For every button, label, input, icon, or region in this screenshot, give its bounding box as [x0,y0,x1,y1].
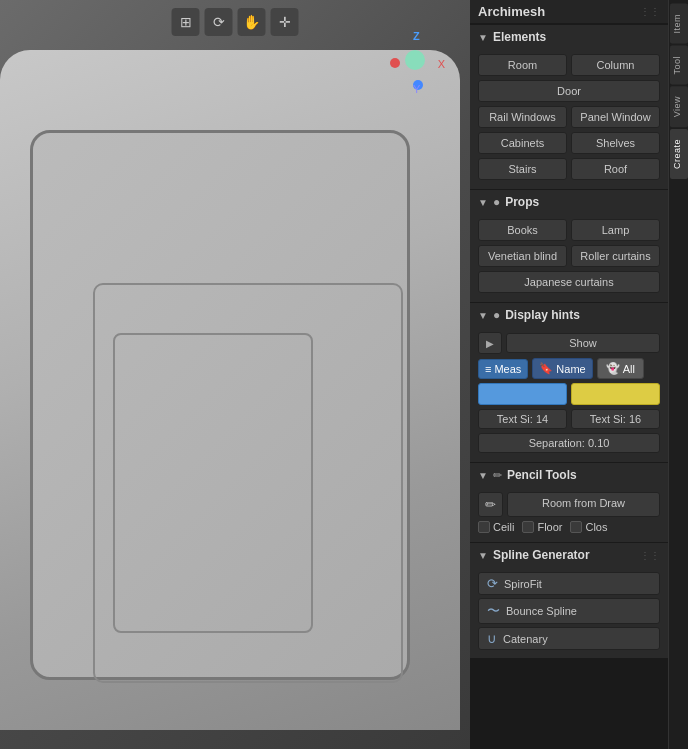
ghost-icon: 👻 [606,362,620,375]
text-size-2-field[interactable]: Text Si: 16 [571,409,660,429]
y-axis-label: Y [413,83,420,95]
show-button[interactable]: Show [506,333,660,353]
pencil-tools-title: Pencil Tools [507,468,577,482]
ceili-checkbox[interactable] [478,521,490,533]
name-button[interactable]: 🔖 Name [532,358,592,379]
spline-generator-content: ⟳ SpiroFit 〜 Bounce Spline ∪ Catenary [470,567,668,658]
spirofit-button[interactable]: ⟳ SpiroFit [478,572,660,595]
catenary-button[interactable]: ∪ Catenary [478,627,660,650]
roof-button[interactable]: Roof [571,158,660,180]
display-hints-title: Display hints [505,308,580,322]
books-button[interactable]: Books [478,219,567,241]
ceili-label: Ceili [493,521,514,533]
all-button[interactable]: 👻 All [597,358,644,379]
props-content: Books Lamp Venetian blind Roller curtain… [470,214,668,302]
elements-content: Room Column Door Rail Windows Panel Wind… [470,49,668,189]
meas-name-all-row: ≡ Meas 🔖 Name 👻 All [478,358,660,379]
spline-drag-handle: ⋮⋮ [640,550,660,561]
spirofit-icon: ⟳ [487,576,498,591]
display-hints-arrow: ▼ [478,310,488,321]
color-swatch-blue[interactable] [478,383,567,405]
elements-arrow: ▼ [478,32,488,43]
room-from-draw-row: ✏ Room from Draw [478,492,660,517]
bounce-spline-button[interactable]: 〜 Bounce Spline [478,598,660,624]
pencil-tools-content: ✏ Room from Draw Ceili Floor Clos [470,487,668,542]
rail-windows-button[interactable]: Rail Windows [478,106,567,128]
z-axis-label: Z [413,30,420,42]
japanese-curtains-button[interactable]: Japanese curtains [478,271,660,293]
floor-check-item: Floor [522,521,562,533]
play-button[interactable]: ▶ [478,332,502,354]
clos-label: Clos [585,521,607,533]
elements-row-4: Cabinets Shelves [478,132,660,154]
clos-check-item: Clos [570,521,607,533]
viewport-canvas [0,0,470,749]
floor-checkbox[interactable] [522,521,534,533]
elements-row-5: Stairs Roof [478,158,660,180]
text-size-1-row: Text Si: 14 Text Si: 16 [478,409,660,429]
catenary-icon: ∪ [487,631,497,646]
clos-checkbox[interactable] [570,521,582,533]
drag-handle: ⋮⋮ [640,6,660,17]
text-size-1-field[interactable]: Text Si: 14 [478,409,567,429]
display-hints-section-header[interactable]: ▼ ● Display hints [470,302,668,327]
gizmo-center [405,50,425,70]
panel-tabs: Item Tool View Create [668,0,688,749]
hand-icon[interactable]: ✋ [238,8,266,36]
show-row: ▶ Show [478,332,660,354]
add-icon[interactable]: ✛ [271,8,299,36]
pencil-icon: ✏ [493,469,502,482]
ceili-check-item: Ceili [478,521,514,533]
rotate-icon[interactable]: ⟳ [205,8,233,36]
room-button[interactable]: Room [478,54,567,76]
lamp-button[interactable]: Lamp [571,219,660,241]
pencil-small-icon: ✏ [478,492,503,517]
grid-icon[interactable]: ⊞ [172,8,200,36]
panel-title: Archimesh [478,4,640,19]
object-inner [30,130,410,680]
door-button[interactable]: Door [478,80,660,102]
color-swatch-yellow[interactable] [571,383,660,405]
pencil-checkboxes-row: Ceili Floor Clos [478,521,660,533]
color-swatches-row [478,383,660,405]
pencil-tools-arrow: ▼ [478,470,488,481]
props-row-1: Books Lamp [478,219,660,241]
x-axis-dot [390,58,400,68]
display-hints-content: ▶ Show ≡ Meas 🔖 Name 👻 All [470,327,668,462]
props-arrow: ▼ [478,197,488,208]
tab-create[interactable]: Create [670,129,688,179]
shelves-button[interactable]: Shelves [571,132,660,154]
archimesh-header: Archimesh ⋮⋮ [470,0,668,24]
name-icon: 🔖 [539,362,553,375]
panel-window-button[interactable]: Panel Window [571,106,660,128]
venetian-blind-button[interactable]: Venetian blind [478,245,567,267]
elements-row-1: Room Column [478,54,660,76]
tab-tool[interactable]: Tool [670,46,688,85]
meas-button[interactable]: ≡ Meas [478,359,528,379]
spline-generator-section-header[interactable]: ▼ Spline Generator ⋮⋮ [470,542,668,567]
elements-section-header[interactable]: ▼ Elements [470,24,668,49]
roller-curtains-button[interactable]: Roller curtains [571,245,660,267]
side-panel: Archimesh ⋮⋮ ▼ Elements Room Column Door… [470,0,688,749]
bounce-spline-icon: 〜 [487,602,500,620]
separation-field[interactable]: Separation: 0.10 [478,433,660,453]
column-button[interactable]: Column [571,54,660,76]
object-detail-2 [113,333,313,633]
elements-title: Elements [493,30,546,44]
props-section-header[interactable]: ▼ ● Props [470,189,668,214]
x-axis-label: X [438,58,445,70]
stairs-button[interactable]: Stairs [478,158,567,180]
spline-arrow: ▼ [478,550,488,561]
props-title: Props [505,195,539,209]
meas-icon: ≡ [485,363,491,375]
viewport-toolbar: ⊞ ⟳ ✋ ✛ [172,8,299,36]
elements-row-3: Rail Windows Panel Window [478,106,660,128]
tab-view[interactable]: View [670,86,688,127]
cabinets-button[interactable]: Cabinets [478,132,567,154]
pencil-tools-section-header[interactable]: ▼ ✏ Pencil Tools [470,462,668,487]
viewport-area[interactable]: ⊞ ⟳ ✋ ✛ Z X Y [0,0,470,749]
room-from-draw-button[interactable]: Room from Draw [507,492,660,517]
tab-item[interactable]: Item [670,4,688,44]
props-row-2: Venetian blind Roller curtains [478,245,660,267]
floor-label: Floor [537,521,562,533]
